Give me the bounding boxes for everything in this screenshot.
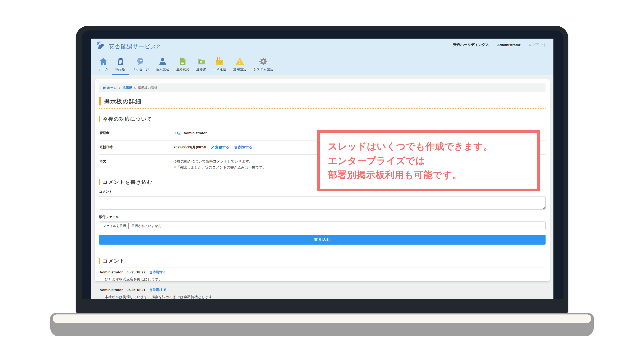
row-label: 管理者 — [100, 130, 174, 136]
row-label: 更新日時 — [100, 144, 174, 151]
annotation-line: エンタープライズでは — [328, 154, 529, 168]
row-value: 今後の動きについて随時コメントしていきます。 ※「確認しました」等のコメントの書… — [174, 158, 266, 171]
accent-bar — [99, 258, 100, 264]
home-icon — [103, 86, 106, 90]
nav-item-personal-settings[interactable]: 個人設定 — [153, 57, 173, 75]
home-icon — [99, 57, 108, 66]
nav-item-contact-status[interactable]: 連絡状況 — [173, 57, 193, 75]
contact-network-icon — [197, 57, 206, 66]
operation-warning-icon — [236, 57, 244, 66]
nav-item-contact-network[interactable]: 連絡網 — [193, 57, 210, 75]
message-icon — [136, 57, 145, 66]
row-value: 2023/06/19(月)08:58 変更する — [174, 144, 252, 151]
comment-body: 本社ビルは倒壊しています。拠点を決めるまでは自宅待機とします。 — [100, 295, 545, 299]
comments-heading: コメント — [103, 258, 125, 264]
comment-author: Administrator — [100, 270, 123, 274]
laptop-base — [50, 313, 594, 336]
laptop-shell: 安否確認サービス2 安否ホールディングス Administrator ログアウト… — [76, 26, 568, 313]
user-name[interactable]: Administrator — [497, 43, 520, 47]
delete-link[interactable]: 削除する — [234, 144, 253, 151]
laptop-screen: 安否確認サービス2 安否ホールディングス Administrator ログアウト… — [82, 30, 564, 299]
comment-time: 05/25 18:22 — [126, 270, 145, 274]
updated-datetime: 2023/06/19(月)08:58 — [174, 144, 206, 151]
nav-item-broadcast[interactable]: 一斉送信 — [210, 57, 230, 75]
comment-item: Administrator 05/25 18:21 — [99, 285, 546, 299]
logo: 安否確認サービス2 — [95, 41, 160, 52]
file-select-button[interactable]: ファイルを選択 — [100, 223, 129, 229]
comment-meta: Administrator 05/25 18:21 — [100, 288, 545, 292]
row-value: (1名)Administrator — [174, 130, 207, 136]
breadcrumb: ホーム > 掲示板 > 掲示板の詳細 — [99, 83, 546, 92]
edit-link[interactable]: 変更する — [210, 144, 230, 151]
nav-item-message[interactable]: メッセージ — [129, 57, 153, 75]
thread-title-block: 今後の対応について — [99, 116, 546, 122]
bulletin-board-icon — [116, 57, 125, 66]
comment-item: Administrator 05/25 18:22 — [99, 267, 546, 285]
thread-title: 今後の対応について — [103, 116, 152, 122]
comment-textarea[interactable] — [99, 196, 546, 210]
accent-bar — [99, 97, 101, 105]
nav-item-bulletin-board[interactable]: 掲示板 — [112, 57, 129, 75]
comments-heading-block: コメント — [99, 258, 546, 264]
breadcrumb-separator: > — [119, 86, 120, 90]
comment-meta: Administrator 05/25 18:22 — [100, 270, 545, 274]
pencil-icon — [210, 145, 214, 149]
row-label: 本文 — [100, 158, 174, 171]
comment-body: ひとまず横浜支店を拠点にします。 — [100, 277, 545, 282]
annotation-line: 部署別掲示板利用も可能です。 — [328, 168, 529, 182]
trash-icon — [149, 270, 153, 274]
comment-time: 05/25 18:21 — [126, 288, 145, 292]
comment-delete-link[interactable]: 削除する — [149, 270, 167, 274]
breadcrumb-separator: > — [134, 86, 136, 90]
admin-name: Administrator — [184, 131, 207, 135]
thread-body-line: ※「確認しました」等のコメントの書き込みは不要です。 — [174, 164, 266, 171]
breadcrumb-home-link[interactable]: ホーム — [103, 86, 117, 90]
comments-list: Administrator 05/25 18:22 — [99, 267, 546, 299]
comment-author: Administrator — [100, 288, 123, 292]
attachment-field-label: 添付ファイル — [99, 215, 546, 219]
breadcrumb-board-link[interactable]: 掲示板 — [122, 86, 132, 90]
accent-bar — [99, 179, 100, 185]
admin-count[interactable]: (1名) — [174, 131, 181, 135]
page-title-block: 掲示板の詳細 — [99, 97, 546, 109]
site-title: 安否確認サービス2 — [109, 43, 160, 50]
comment-delete-link[interactable]: 削除する — [149, 288, 167, 292]
site-header: 安否確認サービス2 安否ホールディングス Administrator ログアウト… — [91, 39, 553, 75]
submit-comment-button[interactable]: 書き込む — [99, 235, 546, 245]
breadcrumb-current: 掲示板の詳細 — [138, 86, 157, 90]
browser-page: 安否確認サービス2 安否ホールディングス Administrator ログアウト… — [91, 39, 553, 299]
contact-status-icon — [178, 57, 187, 66]
laptop-base-notch — [53, 314, 591, 323]
trash-icon — [149, 288, 153, 292]
accent-bar — [99, 116, 100, 122]
company-name: 安否ホールディングス — [453, 42, 489, 47]
comments-section: コメント Administrator 05/25 18:22 — [99, 258, 546, 299]
thread-body-line: 今後の動きについて随時コメントしていきます。 — [174, 158, 266, 165]
file-status-text: 選択されていません — [131, 224, 161, 228]
annotation-callout: スレッドはいくつでも作成できます。 エンタープライズでは 部署別掲示板利用も可能… — [317, 130, 540, 191]
person-settings-icon — [158, 57, 167, 66]
file-input-box: ファイルを選択 選択されていません — [99, 221, 546, 230]
page-title: 掲示板の詳細 — [104, 98, 142, 105]
broadcast-icon — [215, 57, 224, 66]
dove-logo-icon — [95, 41, 107, 52]
account-bar: 安否ホールディングス Administrator ログアウト — [453, 42, 547, 47]
nav-item-home[interactable]: ホーム — [95, 57, 112, 75]
logout-link[interactable]: ログアウト — [528, 42, 547, 47]
main-nav: ホーム 掲示板 — [95, 57, 277, 75]
comment-form-heading: コメントを書き込む — [103, 179, 153, 185]
system-gear-icon — [259, 57, 268, 66]
annotation-line: スレッドはいくつでも作成できます。 — [328, 139, 529, 154]
nav-item-system-settings[interactable]: システム設定 — [250, 57, 277, 75]
nav-item-operation-settings[interactable]: 運用設定 — [230, 57, 250, 75]
trash-icon — [234, 145, 237, 149]
